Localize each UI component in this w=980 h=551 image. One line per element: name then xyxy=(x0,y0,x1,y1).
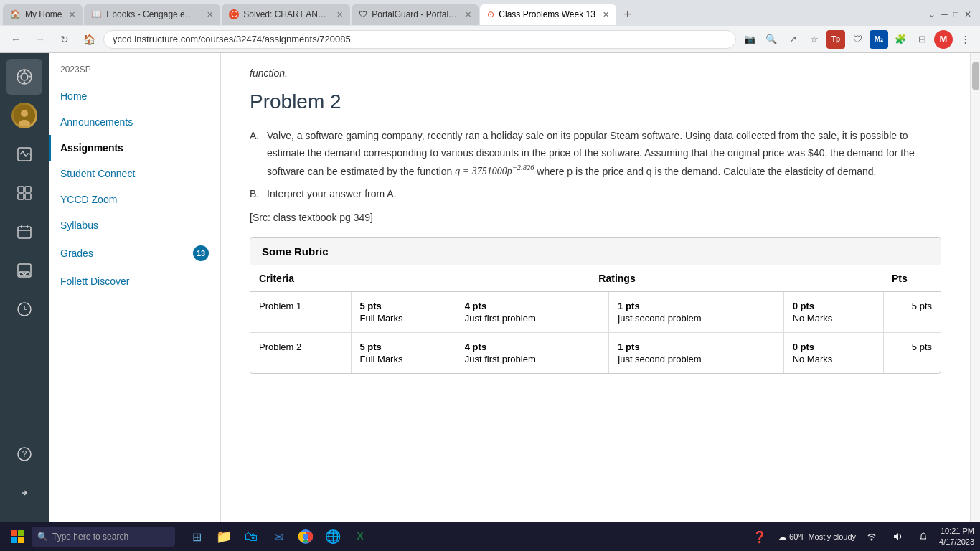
rubric-criteria-2: Problem 2 xyxy=(250,332,351,373)
tab-close-btn[interactable]: ✕ xyxy=(603,10,609,19)
profile-icon[interactable]: M xyxy=(934,30,953,49)
svg-point-1 xyxy=(21,73,28,80)
tab-portalguard[interactable]: 🛡 PortalGuard - Portal Access ✕ xyxy=(352,4,479,25)
sidebar-history-icon[interactable] xyxy=(6,291,42,327)
tab-solved[interactable]: C Solved: CHART ANALYSIS W... ✕ xyxy=(222,4,350,25)
scrollbar-track[interactable] xyxy=(970,53,980,522)
sidebar-collapse-icon[interactable] xyxy=(6,475,42,511)
tab-bar: 🏠 My Home ✕ 📖 Ebooks - Cengage eReader ✕… xyxy=(0,0,980,26)
new-tab-button[interactable]: + xyxy=(618,4,638,24)
sidebar-dashboard-icon[interactable] xyxy=(6,175,42,211)
rubric-rating-2-4: 0 pts No Marks xyxy=(783,332,883,373)
grades-badge: 13 xyxy=(193,245,209,261)
tp-icon[interactable]: Tp xyxy=(826,30,845,49)
tab-label: Ebooks - Cengage eReader xyxy=(106,9,199,19)
nav-item-home-label: Home xyxy=(60,90,87,102)
part-a-label: A. xyxy=(250,128,259,145)
math-formula: q = 3751000p−2.826 xyxy=(455,166,534,176)
nav-item-announcements-label: Announcements xyxy=(60,116,133,128)
extension-icon[interactable]: 🧩 xyxy=(891,30,910,49)
rubric-row-problem1: Problem 1 5 pts Full Marks 4 pts Just fi… xyxy=(250,291,941,332)
shield-icon[interactable]: 🛡 xyxy=(848,30,867,49)
scrollbar-thumb[interactable] xyxy=(972,62,979,90)
wallet-icon[interactable]: M₂ xyxy=(870,30,888,49)
rubric-rating-1-1: 5 pts Full Marks xyxy=(351,291,456,332)
rating-label-2-1: Full Marks xyxy=(360,354,447,364)
tab-label: My Home xyxy=(25,9,62,19)
rating-pts-1-1: 5 pts xyxy=(360,301,447,311)
rating-label-1-4: No Marks xyxy=(793,313,875,324)
svg-point-3 xyxy=(24,82,26,84)
nav-item-announcements[interactable]: Announcements xyxy=(49,109,220,135)
split-view-icon[interactable]: ⊟ xyxy=(913,30,931,49)
nav-item-yccd-zoom[interactable]: YCCD Zoom xyxy=(49,187,220,212)
svg-point-7 xyxy=(21,110,28,117)
course-label: 2023SP xyxy=(49,65,220,83)
svg-point-5 xyxy=(29,76,32,78)
back-button[interactable]: ← xyxy=(6,29,26,50)
zoom-icon[interactable]: 🔍 xyxy=(762,30,781,49)
rubric-rating-1-3: 1 pts just second problem xyxy=(609,291,783,332)
problem-part-a: A. Valve, a software gaming company, rec… xyxy=(250,128,941,180)
sidebar-avatar[interactable] xyxy=(6,98,42,133)
svg-text:?: ? xyxy=(22,449,27,459)
rubric-rating-1-2: 4 pts Just first problem xyxy=(456,291,608,332)
screen-capture-icon[interactable]: 📷 xyxy=(740,30,759,49)
rubric-total-1: 5 pts xyxy=(883,291,941,332)
share-icon[interactable]: ↗ xyxy=(783,30,802,49)
tab-class-problems[interactable]: ⊙ Class Problems Week 13 ✕ xyxy=(480,4,616,25)
rubric-table: Criteria Ratings Pts Problem 1 5 pts Ful… xyxy=(250,265,941,373)
rubric-criteria-1: Problem 1 xyxy=(250,291,351,332)
rating-label-1-3: just second problem xyxy=(618,313,774,324)
tab-close-btn[interactable]: ✕ xyxy=(336,10,343,19)
tab-label: Class Problems Week 13 xyxy=(499,9,595,19)
svg-rect-13 xyxy=(25,194,31,199)
forward-button[interactable]: → xyxy=(30,29,50,50)
rating-label-2-2: Just first problem xyxy=(465,354,600,364)
nav-item-assignments-label: Assignments xyxy=(60,142,123,154)
rubric-rating-2-2: 4 pts Just first problem xyxy=(456,332,608,373)
tab-close-btn[interactable]: ✕ xyxy=(465,10,471,19)
maximize-btn[interactable]: □ xyxy=(953,9,958,19)
nav-item-syllabus[interactable]: Syllabus xyxy=(49,212,220,238)
problem-part-b: B. Interpret your answer from A. xyxy=(250,186,941,203)
nav-item-assignments[interactable]: Assignments xyxy=(49,135,220,161)
rubric-col-ratings: Ratings xyxy=(351,265,883,292)
tab-close-btn[interactable]: ✕ xyxy=(69,10,75,19)
rating-pts-2-4: 0 pts xyxy=(793,342,875,352)
close-btn[interactable]: ✕ xyxy=(964,9,971,19)
svg-rect-10 xyxy=(18,187,24,192)
source-note: [Src: class textbook pg 349] xyxy=(250,212,941,223)
rating-label-1-1: Full Marks xyxy=(360,313,447,324)
sidebar-inbox-icon[interactable] xyxy=(6,253,42,288)
svg-rect-11 xyxy=(25,187,31,192)
icon-sidebar: ? xyxy=(0,53,49,522)
tab-close-btn[interactable]: ✕ xyxy=(207,10,213,19)
tab-ebooks[interactable]: 📖 Ebooks - Cengage eReader ✕ xyxy=(84,4,220,25)
url-input[interactable] xyxy=(103,30,736,49)
tab-label: PortalGuard - Portal Access xyxy=(372,9,458,19)
rating-label-2-3: just second problem xyxy=(618,354,774,364)
nav-item-follett[interactable]: Follett Discover xyxy=(49,268,220,294)
nav-item-grades[interactable]: Grades 13 xyxy=(49,238,220,268)
refresh-button[interactable]: ↻ xyxy=(55,29,75,50)
nav-item-grades-label: Grades xyxy=(60,248,93,259)
bookmark-icon[interactable]: ☆ xyxy=(805,30,824,49)
nav-sidebar: 2023SP Home Announcements Assignments St… xyxy=(49,53,221,522)
sidebar-calendar-icon[interactable] xyxy=(6,214,42,250)
menu-icon[interactable]: ⋮ xyxy=(956,30,974,49)
nav-item-home[interactable]: Home xyxy=(49,83,220,109)
sidebar-activity-icon[interactable] xyxy=(6,136,42,172)
rubric-row-problem2: Problem 2 5 pts Full Marks 4 pts Just fi… xyxy=(250,332,941,373)
tab-dropdown-icon[interactable]: ⌄ xyxy=(928,9,936,19)
nav-item-student-connect[interactable]: Student Connect xyxy=(49,161,220,187)
page-layout: ? 2023SP Home Announcements Assignments … xyxy=(0,53,980,522)
rubric-total-2: 5 pts xyxy=(883,332,941,373)
tab-my-home[interactable]: 🏠 My Home ✕ xyxy=(3,4,83,25)
nav-item-syllabus-label: Syllabus xyxy=(60,220,98,231)
home-button[interactable]: 🏠 xyxy=(79,29,99,50)
sidebar-help-icon[interactable]: ? xyxy=(6,436,42,472)
minimize-btn[interactable]: ─ xyxy=(941,9,948,19)
sidebar-courses-icon[interactable] xyxy=(6,59,42,95)
rubric-header: Some Rubric xyxy=(250,238,941,265)
